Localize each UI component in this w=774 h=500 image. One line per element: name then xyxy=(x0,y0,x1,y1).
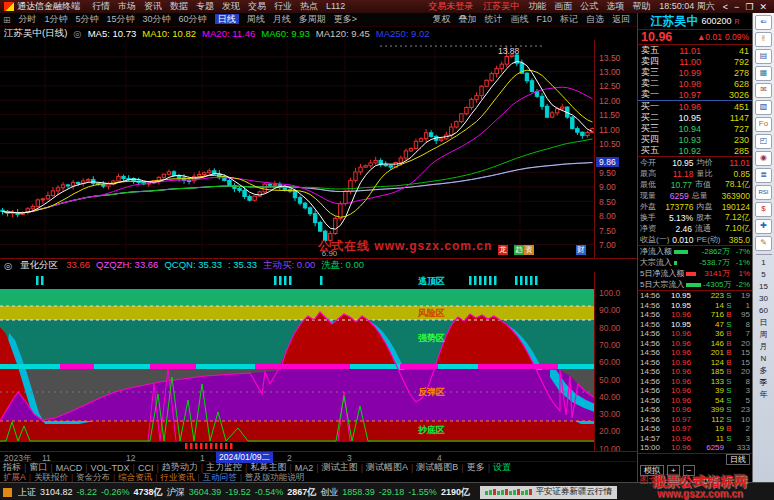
strip-period-5[interactable]: 5 xyxy=(761,269,765,281)
move-icon[interactable]: ✚ xyxy=(755,219,772,234)
tab-行业资讯[interactable]: 行业资讯 xyxy=(161,472,195,484)
strip-period-年[interactable]: 年 xyxy=(760,389,768,401)
tab-互动问答[interactable]: 互动问答 xyxy=(203,472,237,484)
strip-period-N[interactable]: N xyxy=(761,353,767,365)
photo-icon[interactable]: ◰ xyxy=(755,134,772,149)
quote-header[interactable]: 江苏吴中 600200 R xyxy=(638,13,752,30)
flow-pct: -7% xyxy=(732,247,750,256)
menu-item-发现[interactable]: 发现 xyxy=(222,1,240,11)
menu-item-市场[interactable]: 市场 xyxy=(118,1,136,11)
menu-item-行情[interactable]: 行情 xyxy=(92,1,110,11)
strip-period-30[interactable]: 30 xyxy=(759,293,768,305)
period-分时[interactable]: 分时 xyxy=(19,14,37,24)
period-1分钟[interactable]: 1分钟 xyxy=(45,14,68,24)
menu-item-L112[interactable]: L112 xyxy=(326,1,345,11)
ma-value: MA250: 9.02 xyxy=(376,28,430,39)
f10-icon[interactable]: Fo xyxy=(755,117,772,132)
period-15分钟[interactable]: 15分钟 xyxy=(107,14,135,24)
period-更多>[interactable]: 更多> xyxy=(334,14,357,24)
tool-标记[interactable]: 标记 xyxy=(560,14,578,24)
tick-trade-list[interactable]: 14:5610.95223S1914:5610.9514S114:5610.96… xyxy=(638,290,752,453)
chart-icon[interactable]: ▧ xyxy=(755,100,772,115)
menu-item-数据[interactable]: 数据 xyxy=(170,1,188,11)
candlestick-chart[interactable]: 13.886.90 xyxy=(0,40,594,258)
mail-icon[interactable]: ✉ xyxy=(755,83,772,98)
tab-普及版功能说明[interactable]: 普及版功能说明 xyxy=(245,472,305,484)
window-control[interactable]: ✕ xyxy=(759,2,767,12)
back-arrow-icon[interactable]: ⇐ xyxy=(755,15,772,30)
menu-item-热点[interactable]: 热点 xyxy=(300,1,318,11)
menu-item-公式[interactable]: 公式 xyxy=(580,1,598,11)
indicator-name[interactable]: 量化分区 xyxy=(20,259,58,272)
rsi-icon[interactable]: RSI xyxy=(755,185,772,200)
stock-shortcut[interactable]: 江苏吴中 xyxy=(483,0,519,13)
strip-period-1[interactable]: 1 xyxy=(761,257,765,269)
indicator-panel[interactable]: 100.090.0080.0070.0060.0050.0040.0030.00… xyxy=(0,272,637,451)
indicator-circle-icon[interactable]: ◎ xyxy=(4,260,12,271)
menu-item-资讯[interactable]: 资讯 xyxy=(144,1,162,11)
menu-item-选项[interactable]: 选项 xyxy=(606,1,624,11)
tool-返回[interactable]: 返回 xyxy=(612,14,630,24)
tab-扩展A[interactable]: 扩展A xyxy=(3,472,26,484)
indicator-chart[interactable] xyxy=(0,272,594,451)
dollar-icon[interactable]: $ xyxy=(755,202,772,217)
strip-period-多[interactable]: 多 xyxy=(760,365,768,377)
menu-item-交易[interactable]: 交易 xyxy=(248,1,266,11)
tool-F10[interactable]: F10 xyxy=(536,14,552,24)
pencil-icon[interactable]: ✎ xyxy=(755,236,772,251)
menu-item-画面[interactable]: 画面 xyxy=(554,1,572,11)
chart-tag-icon[interactable]: 资 xyxy=(524,245,534,255)
selected-date[interactable]: 2024/01/09二 xyxy=(216,452,273,463)
price-axis-label: 8.00 xyxy=(599,211,616,221)
tab-资金分布[interactable]: 资金分布 xyxy=(76,472,110,484)
period-日线[interactable]: 日线 xyxy=(215,14,239,24)
bid-row[interactable]: 买五10.92285 xyxy=(638,145,752,156)
menu-item-帮助[interactable]: 帮助 xyxy=(632,1,650,11)
time-axis[interactable]: 2023年111212342024/01/09二 xyxy=(0,451,637,461)
period-30分钟[interactable]: 30分钟 xyxy=(143,14,171,24)
period-chip[interactable]: 日线 xyxy=(726,454,750,465)
window-control[interactable]: < xyxy=(723,2,728,12)
strip-period-季[interactable]: 季 xyxy=(760,377,768,389)
tool-复权[interactable]: 复权 xyxy=(432,14,450,24)
chart-tag-icon[interactable]: 财 xyxy=(576,245,586,255)
menu-item-功能[interactable]: 功能 xyxy=(528,1,546,11)
list-icon[interactable]: ≣ xyxy=(755,168,772,183)
hand-icon[interactable]: ✌ xyxy=(755,32,772,47)
tool-叠加[interactable]: 叠加 xyxy=(458,14,476,24)
sort-icon[interactable]: ▤ xyxy=(755,49,772,64)
strip-period-60[interactable]: 60 xyxy=(759,305,768,317)
settings-circle-icon[interactable]: ◎ xyxy=(73,28,81,39)
window-control[interactable]: − xyxy=(734,2,739,12)
tool-画线[interactable]: 画线 xyxy=(510,14,528,24)
strip-period-日[interactable]: 日 xyxy=(760,317,768,329)
target-icon[interactable]: ◉ xyxy=(755,151,772,166)
menu-item-专题[interactable]: 专题 xyxy=(196,1,214,11)
period-60分钟[interactable]: 60分钟 xyxy=(179,14,207,24)
period-5分钟[interactable]: 5分钟 xyxy=(76,14,99,24)
tool-自选[interactable]: 自选 xyxy=(586,14,604,24)
tab-综合资讯[interactable]: 综合资讯 xyxy=(118,472,152,484)
chart-tag-icon[interactable]: 趋 xyxy=(514,245,524,255)
menu-item-行业[interactable]: 行业 xyxy=(274,1,292,11)
layout-icon[interactable]: ⊞ xyxy=(3,15,11,25)
candlestick-chart-area[interactable]: 13.886.90 13.5013.0012.5012.0011.5011.00… xyxy=(0,40,637,258)
period-周线[interactable]: 周线 xyxy=(247,14,265,24)
tool-统计[interactable]: 统计 xyxy=(484,14,502,24)
period-多周期[interactable]: 多周期 xyxy=(299,14,326,24)
strip-period-月[interactable]: 月 xyxy=(760,341,768,353)
index-name[interactable]: 上证 xyxy=(18,486,36,499)
strip-period-周[interactable]: 周 xyxy=(760,329,768,341)
market-icon[interactable] xyxy=(3,488,12,497)
login-status[interactable]: 交易未登录 xyxy=(428,0,473,13)
chart-tag-icon[interactable]: 龙 xyxy=(498,245,508,255)
index-name[interactable]: 创业 xyxy=(320,486,338,499)
window-control[interactable]: ❐ xyxy=(745,2,753,12)
tab-关联报价[interactable]: 关联报价 xyxy=(34,472,68,484)
strip-period-15[interactable]: 15 xyxy=(759,281,768,293)
ask-row[interactable]: 卖一10.973026 xyxy=(638,89,752,100)
grid-icon[interactable]: ▦ xyxy=(755,66,772,81)
index-name[interactable]: 沪深 xyxy=(167,486,185,499)
tick-row: 14:5610.9514S1 xyxy=(638,301,752,311)
period-月线[interactable]: 月线 xyxy=(273,14,291,24)
